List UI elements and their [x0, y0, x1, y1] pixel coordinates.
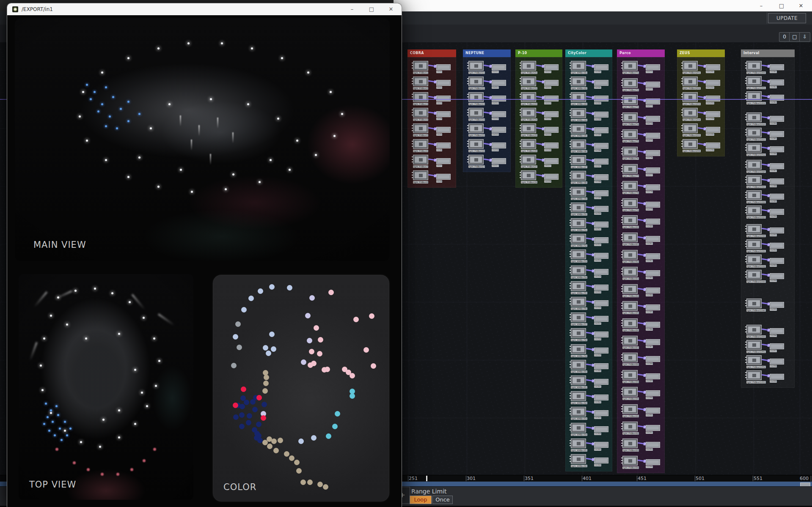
comp-node[interactable] — [521, 170, 536, 180]
out-node[interactable] — [594, 379, 608, 385]
out-node[interactable] — [594, 64, 608, 70]
out-node[interactable] — [492, 96, 506, 101]
main-view-panel[interactable]: MAIN VIEW — [15, 18, 390, 261]
out-node[interactable] — [594, 348, 608, 354]
out-node[interactable] — [594, 80, 608, 86]
out-node[interactable] — [646, 408, 660, 414]
comp-node[interactable] — [746, 61, 762, 71]
comp-node[interactable] — [571, 61, 586, 71]
comp-node[interactable] — [571, 297, 586, 307]
out-node[interactable] — [436, 127, 451, 133]
out-node[interactable] — [436, 143, 451, 148]
comp-node[interactable] — [571, 77, 586, 86]
out-node[interactable] — [594, 206, 608, 212]
comp-node[interactable] — [571, 312, 586, 322]
comp-node[interactable] — [571, 281, 586, 291]
close-icon[interactable]: ✕ — [793, 0, 809, 11]
out-node[interactable] — [646, 253, 660, 259]
out-node[interactable] — [594, 253, 608, 259]
zero-button[interactable]: 0 — [779, 32, 790, 42]
comp-node[interactable] — [746, 224, 762, 234]
out-node[interactable] — [770, 328, 784, 334]
out-node[interactable] — [594, 269, 608, 275]
comp-node[interactable] — [746, 299, 762, 308]
out-node[interactable] — [770, 273, 784, 279]
out-node[interactable] — [770, 178, 784, 184]
out-node[interactable] — [646, 288, 660, 293]
comp-node[interactable] — [683, 92, 698, 102]
comp-node[interactable] — [683, 61, 698, 71]
out-node[interactable] — [770, 146, 784, 152]
comp-node[interactable] — [521, 92, 536, 102]
out-node[interactable] — [436, 80, 451, 86]
comp-node[interactable] — [521, 123, 536, 133]
out-node[interactable] — [646, 373, 660, 379]
out-node[interactable] — [770, 163, 784, 169]
group-header-interval[interactable]: Interval — [741, 49, 795, 57]
out-node[interactable] — [646, 167, 660, 173]
comp-node[interactable] — [413, 123, 428, 133]
out-node[interactable] — [646, 322, 660, 328]
comp-node[interactable] — [571, 218, 586, 228]
out-node[interactable] — [770, 116, 784, 122]
comp-node[interactable] — [746, 112, 762, 122]
out-node[interactable] — [770, 194, 784, 200]
out-node[interactable] — [594, 363, 608, 369]
comp-node[interactable] — [622, 387, 638, 397]
comp-node[interactable] — [622, 353, 638, 362]
frame-icon[interactable]: □ — [789, 32, 800, 42]
comp-node[interactable] — [571, 423, 586, 433]
comp-node[interactable] — [746, 340, 762, 350]
comp-node[interactable] — [521, 77, 536, 86]
comp-node[interactable] — [468, 123, 484, 133]
maximize-icon[interactable]: □ — [773, 0, 790, 11]
out-node[interactable] — [770, 131, 784, 137]
comp-node[interactable] — [521, 155, 536, 164]
comp-node[interactable] — [746, 370, 762, 380]
group-header-cobra[interactable]: COBRA — [407, 49, 456, 57]
loop-button[interactable]: Loop — [410, 496, 432, 504]
out-node[interactable] — [594, 442, 608, 448]
out-node[interactable] — [646, 390, 660, 396]
comp-node[interactable] — [468, 108, 484, 118]
comp-node[interactable] — [413, 92, 428, 102]
out-node[interactable] — [706, 111, 720, 117]
comp-node[interactable] — [413, 77, 428, 86]
out-node[interactable] — [646, 236, 660, 242]
out-node[interactable] — [544, 158, 559, 164]
group-header-parco[interactable]: Parco — [617, 49, 665, 57]
comp-node[interactable] — [683, 108, 698, 118]
comp-node[interactable] — [683, 77, 698, 86]
comp-node[interactable] — [683, 123, 698, 133]
out-node[interactable] — [646, 459, 660, 465]
out-node[interactable] — [594, 190, 608, 196]
out-node[interactable] — [436, 64, 451, 70]
top-view-panel[interactable]: TOP VIEW — [19, 274, 193, 500]
comp-node[interactable] — [622, 112, 638, 122]
out-node[interactable] — [646, 339, 660, 345]
out-node[interactable] — [436, 96, 451, 101]
comp-node[interactable] — [683, 139, 698, 149]
out-node[interactable] — [492, 158, 506, 164]
out-node[interactable] — [544, 127, 559, 133]
group-header-p-10[interactable]: P-10 — [515, 49, 562, 57]
comp-node[interactable] — [746, 190, 762, 200]
out-node[interactable] — [646, 425, 660, 431]
out-node[interactable] — [436, 111, 451, 117]
comp-node[interactable] — [746, 76, 762, 86]
comp-node[interactable] — [622, 370, 638, 380]
out-node[interactable] — [544, 96, 559, 101]
out-node[interactable] — [594, 174, 608, 180]
comp-node[interactable] — [622, 181, 638, 191]
out-node[interactable] — [492, 127, 506, 133]
comp-node[interactable] — [571, 407, 586, 417]
comp-node[interactable] — [571, 328, 586, 338]
comp-node[interactable] — [622, 284, 638, 294]
out-node[interactable] — [594, 143, 608, 149]
comp-node[interactable] — [622, 456, 638, 466]
comp-node[interactable] — [571, 344, 586, 354]
out-node[interactable] — [544, 80, 559, 86]
out-node[interactable] — [436, 174, 451, 180]
out-node[interactable] — [594, 458, 608, 463]
out-node[interactable] — [594, 426, 608, 432]
